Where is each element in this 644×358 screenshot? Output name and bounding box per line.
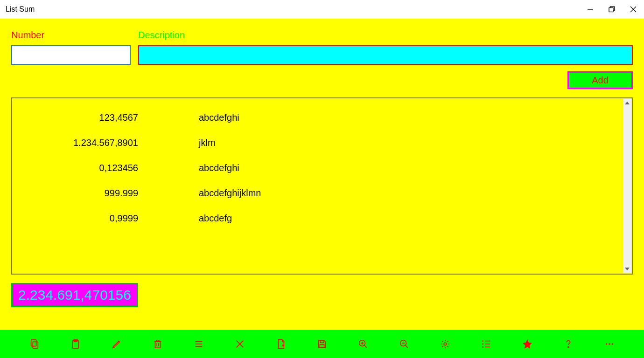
field-labels: Number Description xyxy=(11,30,633,41)
numbered-list-icon[interactable] xyxy=(466,339,507,349)
svg-rect-15 xyxy=(320,341,323,343)
close-icon[interactable] xyxy=(219,339,260,349)
number-input[interactable] xyxy=(11,45,131,65)
svg-point-36 xyxy=(612,343,614,345)
list-item[interactable]: 1.234.567,8901 jklm xyxy=(12,130,623,155)
edit-icon[interactable] xyxy=(96,339,137,349)
copy-icon[interactable] xyxy=(14,339,55,349)
list-item-number: 1.234.567,8901 xyxy=(12,138,143,148)
help-icon[interactable] xyxy=(548,339,589,349)
list-item-description: abcdefghi xyxy=(143,163,239,173)
svg-point-24 xyxy=(444,343,447,345)
maximize-button[interactable] xyxy=(601,0,623,19)
list-item[interactable]: 123,4567 abcdefghi xyxy=(12,105,623,130)
svg-rect-6 xyxy=(31,340,36,346)
svg-line-18 xyxy=(364,345,367,348)
list-item-number: 0,123456 xyxy=(12,163,143,173)
list-item-description: abcdefghi xyxy=(143,112,239,123)
number-label: Number xyxy=(11,30,138,41)
titlebar: List Sum xyxy=(0,0,644,19)
scroll-down-icon[interactable] xyxy=(623,265,631,273)
items-list-content: 123,4567 abcdefghi 1.234.567,8901 jklm 0… xyxy=(12,98,632,274)
list-item-number: 123,4567 xyxy=(12,112,143,123)
svg-point-34 xyxy=(606,343,608,345)
window-controls xyxy=(580,0,644,19)
list-item-number: 0,9999 xyxy=(12,213,143,224)
svg-point-35 xyxy=(609,343,610,345)
svg-rect-9 xyxy=(155,342,161,348)
settings-icon[interactable] xyxy=(425,339,466,349)
list-item-number: 999.999 xyxy=(12,188,143,199)
scroll-up-icon[interactable] xyxy=(623,99,631,107)
list-item-description: jklm xyxy=(143,138,216,148)
save-icon[interactable] xyxy=(301,339,343,349)
new-file-icon[interactable] xyxy=(260,339,301,349)
list-item[interactable]: 0,123456 abcdefghi xyxy=(12,155,623,180)
close-window-button[interactable] xyxy=(623,0,644,19)
sum-display: 2.234.691,470156 xyxy=(11,283,138,307)
more-icon[interactable] xyxy=(589,339,630,349)
zoom-in-icon[interactable] xyxy=(343,339,384,349)
list-item-description: abcdefg xyxy=(143,213,232,224)
add-button[interactable]: Add xyxy=(567,71,633,89)
add-row: Add xyxy=(11,71,633,89)
app-body: Number Description Add 123,4567 abcdefgh… xyxy=(0,19,644,330)
bottom-toolbar xyxy=(0,330,644,358)
delete-icon[interactable] xyxy=(137,339,178,349)
list-item-description: abcdefghijklmn xyxy=(143,188,261,199)
list-item[interactable]: 0,9999 abcdefg xyxy=(12,206,623,231)
favorite-icon[interactable] xyxy=(507,339,548,349)
listbox-scrollbar[interactable] xyxy=(623,99,631,273)
description-label: Description xyxy=(138,30,185,41)
svg-point-33 xyxy=(568,347,569,348)
zoom-out-icon[interactable] xyxy=(384,339,425,349)
svg-rect-2 xyxy=(609,8,613,12)
minimize-button[interactable] xyxy=(580,0,601,19)
paste-icon[interactable] xyxy=(55,339,96,349)
description-input[interactable] xyxy=(138,45,633,65)
list-icon[interactable] xyxy=(178,339,219,349)
input-row xyxy=(11,45,633,65)
list-item[interactable]: 999.999 abcdefghijklmn xyxy=(12,180,623,206)
svg-rect-5 xyxy=(33,342,38,348)
svg-rect-16 xyxy=(320,344,324,347)
svg-line-22 xyxy=(406,345,408,348)
items-listbox[interactable]: 123,4567 abcdefghi 1.234.567,8901 jklm 0… xyxy=(11,97,633,275)
window-title: List Sum xyxy=(6,5,35,14)
